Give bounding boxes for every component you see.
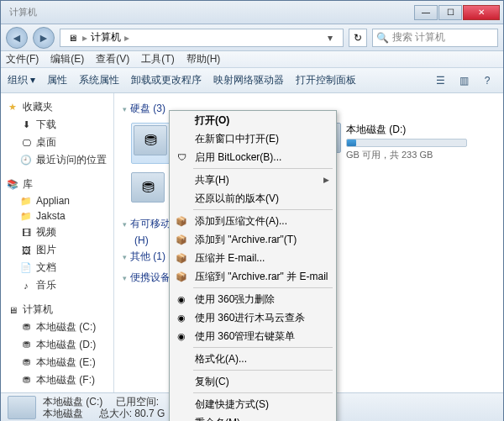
maximize-button[interactable]: ☐ bbox=[438, 5, 462, 20]
collapse-icon: ▾ bbox=[123, 274, 127, 282]
ctx-rename[interactable]: 重命名(M) bbox=[170, 413, 336, 421]
close-button[interactable]: ✕ bbox=[463, 5, 500, 20]
archive-icon: 📦 bbox=[175, 270, 188, 283]
view-mode-button[interactable]: ☰ bbox=[431, 72, 449, 89]
sidebar-item-cd[interactable]: ◉CD 驱动器 (H:) bbox=[3, 389, 112, 392]
music-icon: ♪ bbox=[19, 280, 33, 292]
drive-icon: ⛃ bbox=[19, 322, 33, 334]
favorites-group[interactable]: ★收藏夹 bbox=[3, 98, 112, 116]
sidebar-item-videos[interactable]: 🎞视频 bbox=[3, 224, 112, 241]
map-drive-button[interactable]: 映射网络驱动器 bbox=[213, 73, 284, 87]
menu-help[interactable]: 帮助(H) bbox=[186, 52, 221, 66]
ctx-open[interactable]: 打开(O) bbox=[170, 111, 336, 129]
folder-icon: 📁 bbox=[19, 195, 33, 207]
search-icon: 🔍 bbox=[376, 32, 389, 44]
drive-icon: ⛃ bbox=[19, 339, 33, 351]
address-bar: ◄ ► 🖥 ▸ 计算机 ▸ ▾ ↻ 🔍 搜索 计算机 bbox=[1, 24, 503, 51]
video-icon: 🎞 bbox=[19, 227, 33, 239]
sidebar-item-drive-f[interactable]: ⛃本地磁盘 (F:) bbox=[3, 371, 112, 389]
titlebar: 计算机 — ☐ ✕ bbox=[1, 1, 503, 24]
sidebar-item-pictures[interactable]: 🖼图片 bbox=[3, 241, 112, 259]
desktop-icon: 🖵 bbox=[19, 137, 33, 149]
chevron-right-icon: ▸ bbox=[82, 32, 87, 44]
ctx-360-menu[interactable]: ◉使用 360管理右键菜单 bbox=[170, 327, 336, 345]
drive-icon: ⛃ bbox=[19, 357, 33, 369]
ctx-360-trojan[interactable]: ◉使用 360进行木马云查杀 bbox=[170, 308, 336, 327]
breadcrumb[interactable]: 🖥 ▸ 计算机 ▸ ▾ bbox=[60, 29, 344, 47]
computer-icon: 🖥 bbox=[6, 304, 19, 316]
document-icon: 📄 bbox=[19, 262, 33, 274]
collapse-icon: ▾ bbox=[123, 105, 127, 113]
status-total: 总大小: 80.7 G bbox=[99, 408, 165, 419]
menu-edit[interactable]: 编辑(E) bbox=[50, 52, 84, 66]
ctx-share[interactable]: 共享(H)▶ bbox=[170, 171, 336, 189]
help-button[interactable]: ? bbox=[478, 72, 496, 89]
menu-tools[interactable]: 工具(T) bbox=[141, 52, 174, 66]
folder-icon: 📁 bbox=[19, 210, 33, 222]
computer-group[interactable]: 🖥计算机 bbox=[3, 301, 112, 318]
ctx-restore-versions[interactable]: 还原以前的版本(V) bbox=[170, 189, 336, 208]
ctx-bitlocker[interactable]: 🛡启用 BitLocker(B)... bbox=[170, 148, 336, 166]
menu-file[interactable]: 文件(F) bbox=[6, 52, 39, 66]
sidebar-item-drive-e[interactable]: ⛃本地磁盘 (E:) bbox=[3, 354, 112, 371]
organize-button[interactable]: 组织 ▾ bbox=[8, 73, 35, 87]
ctx-open-new-window[interactable]: 在新窗口中打开(E) bbox=[170, 129, 336, 148]
download-icon: ⬇ bbox=[19, 119, 33, 131]
sidebar-item-desktop[interactable]: 🖵桌面 bbox=[3, 134, 112, 151]
refresh-icon: ↻ bbox=[354, 32, 362, 44]
explorer-window: 计算机 — ☐ ✕ ◄ ► 🖥 ▸ 计算机 ▸ ▾ ↻ 🔍 搜索 计算机 文件(… bbox=[0, 0, 504, 421]
library-icon: 📚 bbox=[6, 179, 19, 191]
separator bbox=[193, 209, 333, 210]
360-icon: ◉ bbox=[175, 292, 188, 306]
breadcrumb-location: 计算机 bbox=[91, 30, 121, 45]
sidebar-item-downloads[interactable]: ⬇下载 bbox=[3, 116, 112, 134]
ctx-360-delete[interactable]: ◉使用 360强力删除 bbox=[170, 290, 336, 308]
360-icon: ◉ bbox=[175, 311, 188, 324]
cd-icon: ◉ bbox=[19, 392, 33, 393]
ctx-add-rar[interactable]: 📦添加到 "Archive.rar"(T) bbox=[170, 230, 336, 249]
sidebar-item-documents[interactable]: 📄文档 bbox=[3, 259, 112, 276]
uninstall-button[interactable]: 卸载或更改程序 bbox=[131, 73, 202, 87]
ctx-zip-rar-email[interactable]: 📦压缩到 "Archive.rar" 并 E-mail bbox=[170, 267, 336, 286]
sidebar-item-drive-d[interactable]: ⛃本地磁盘 (D:) bbox=[3, 336, 112, 354]
archive-icon: 📦 bbox=[175, 214, 188, 228]
ctx-zip-email[interactable]: 📦压缩并 E-mail... bbox=[170, 249, 336, 267]
properties-button[interactable]: 属性 bbox=[47, 73, 67, 87]
status-sub: 本地磁盘 bbox=[43, 408, 83, 419]
sidebar-item-jaksta[interactable]: 📁Jaksta bbox=[3, 208, 112, 224]
window-title: 计算机 bbox=[9, 6, 414, 18]
drive-icon: ⛃ bbox=[134, 125, 167, 155]
ctx-add-archive[interactable]: 📦添加到压缩文件(A)... bbox=[170, 212, 336, 230]
collapse-icon: ▾ bbox=[123, 220, 127, 229]
drive-icon: ⛃ bbox=[19, 375, 33, 387]
drive-icon bbox=[8, 396, 36, 419]
system-properties-button[interactable]: 系统属性 bbox=[79, 73, 119, 87]
ctx-format[interactable]: 格式化(A)... bbox=[170, 350, 336, 368]
preview-pane-button[interactable]: ▥ bbox=[454, 72, 473, 89]
archive-icon: 📦 bbox=[175, 251, 188, 265]
search-placeholder: 搜索 计算机 bbox=[392, 30, 445, 45]
sidebar-item-applian[interactable]: 📁Applian bbox=[3, 193, 112, 208]
separator bbox=[193, 392, 333, 393]
back-button[interactable]: ◄ bbox=[6, 27, 28, 49]
separator bbox=[193, 347, 333, 348]
libraries-group[interactable]: 📚库 bbox=[3, 176, 112, 193]
ctx-create-shortcut[interactable]: 创建快捷方式(S) bbox=[170, 395, 336, 413]
search-input[interactable]: 🔍 搜索 计算机 bbox=[372, 29, 498, 47]
menu-view[interactable]: 查看(V) bbox=[96, 52, 129, 66]
sidebar-item-music[interactable]: ♪音乐 bbox=[3, 276, 112, 294]
computer-icon: 🖥 bbox=[66, 32, 79, 44]
dropdown-icon[interactable]: ▾ bbox=[323, 32, 338, 44]
submenu-arrow-icon: ▶ bbox=[323, 176, 329, 184]
ctx-copy[interactable]: 复制(C) bbox=[170, 372, 336, 391]
sidebar-item-recent[interactable]: 🕘最近访问的位置 bbox=[3, 151, 112, 169]
separator bbox=[193, 287, 333, 288]
navigation-pane: ★收藏夹 ⬇下载 🖵桌面 🕘最近访问的位置 📚库 📁Applian 📁Jakst… bbox=[1, 93, 114, 392]
star-icon: ★ bbox=[6, 102, 19, 113]
refresh-button[interactable]: ↻ bbox=[349, 29, 367, 47]
forward-button[interactable]: ► bbox=[33, 27, 55, 49]
control-panel-button[interactable]: 打开控制面板 bbox=[296, 73, 356, 87]
separator bbox=[193, 370, 333, 371]
minimize-button[interactable]: — bbox=[414, 5, 438, 20]
sidebar-item-drive-c[interactable]: ⛃本地磁盘 (C:) bbox=[3, 318, 112, 336]
